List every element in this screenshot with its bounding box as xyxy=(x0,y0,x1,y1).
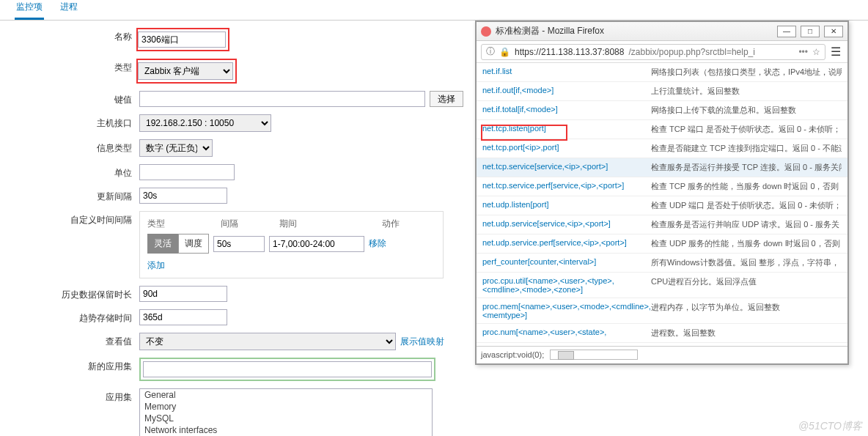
app-option[interactable]: Memory xyxy=(140,401,432,413)
key-row[interactable]: net.if.out[if,<mode>]上行流量统计。返回整数 xyxy=(477,82,847,101)
key-desc: 检查服务是否运行并接受 TCP 连接。返回 0 - 服务关闭 xyxy=(651,162,842,173)
key-name[interactable]: proc.mem[<name>,<user>,<mode>,<cmdline>,… xyxy=(482,302,651,319)
tab-bar: 监控项 进程 xyxy=(0,0,868,21)
key-row[interactable]: perf_counter[counter,<interval>]所有Window… xyxy=(477,254,847,273)
interval-box: 类型 间隔 期间 动作 灵活调度 移除 添加 xyxy=(139,211,444,278)
key-row[interactable]: proc.num[<name>,<user>,<state>,进程数。返回整数 xyxy=(477,324,847,343)
lock-icon: 🔒 xyxy=(499,47,510,57)
watermark: @51CTO博客 xyxy=(798,420,862,433)
newapp-input[interactable] xyxy=(143,361,432,377)
key-desc: 进程数。返回整数 xyxy=(651,328,842,339)
popup-titlebar[interactable]: 标准检测器 - Mozilla Firefox — □ ✕ xyxy=(477,22,847,41)
key-name[interactable]: perf_counter[counter,<interval>] xyxy=(482,257,651,268)
int-add-link[interactable]: 添加 xyxy=(147,260,165,270)
key-row[interactable]: net.tcp.listen[port]检查 TCP 端口 是否处于侦听状态。返… xyxy=(477,120,847,139)
key-desc: 检查 UDP 服务的性能，当服务 down 时返回 0，否则 xyxy=(651,238,842,249)
newapp-label: 新的应用集 xyxy=(0,358,139,373)
apps-label: 应用集 xyxy=(0,388,139,404)
key-label: 键值 xyxy=(0,91,139,106)
url-host: https://211.138.113.37:8088 xyxy=(515,47,624,57)
key-name[interactable]: net.udp.listen[port] xyxy=(482,200,651,211)
app-option[interactable]: Network interfaces xyxy=(140,424,432,436)
show-select[interactable]: 不变 xyxy=(139,333,396,350)
window-maximize[interactable]: □ xyxy=(801,26,820,37)
key-name[interactable]: proc.num[<name>,<user>,<state>, xyxy=(482,328,651,339)
key-desc: 检查 TCP 端口 是否处于侦听状态。返回 0 - 未侦听； xyxy=(651,124,842,135)
helper-popup: 标准检测器 - Mozilla Firefox — □ ✕ ⓘ 🔒 https:… xyxy=(475,21,849,365)
key-desc: 检查服务是否运行并响应 UDP 请求。返回 0 - 服务关 xyxy=(651,219,842,230)
app-option[interactable]: MySQL xyxy=(140,413,432,424)
iface-select[interactable]: 192.168.2.150 : 10050 xyxy=(139,114,271,132)
hist-label: 历史数据保留时长 xyxy=(0,286,139,301)
key-row[interactable]: net.tcp.port[<ip>,port]检查是否能建立 TCP 连接到指定… xyxy=(477,139,847,158)
url-path: /zabbix/popup.php?srctbl=help_i xyxy=(628,47,754,57)
status-text: javascript:void(0); xyxy=(481,350,544,359)
show-label: 查看值 xyxy=(0,333,139,348)
key-select-button[interactable]: 选择 xyxy=(430,91,463,107)
url-field[interactable]: ⓘ 🔒 https://211.138.113.37:8088/zabbix/p… xyxy=(481,44,825,60)
window-close[interactable]: ✕ xyxy=(824,26,843,37)
int-head-action: 动作 xyxy=(382,218,400,230)
unit-label: 单位 xyxy=(0,164,139,180)
key-desc: 检查 UDP 端口 是否处于侦听状态。返回 0 - 未侦听； xyxy=(651,200,842,211)
trend-label: 趋势存储时间 xyxy=(0,309,139,325)
key-desc: 检查 TCP 服务的性能，当服务 down 时返回 0，否则 xyxy=(651,181,842,192)
int-head-period: 期间 xyxy=(279,218,382,230)
key-name[interactable]: net.udp.service.perf[service,<ip>,<port>… xyxy=(482,238,651,249)
int-period-input[interactable] xyxy=(269,236,364,252)
tab-process[interactable]: 进程 xyxy=(59,0,79,20)
key-input[interactable] xyxy=(139,91,425,107)
key-desc: 所有Windows计数器值。返回 整形，浮点，字符串， xyxy=(651,257,842,268)
key-name[interactable]: net.tcp.service.perf[service,<ip>,<port>… xyxy=(482,181,651,192)
type-select[interactable]: Zabbix 客户端 xyxy=(138,62,233,80)
upd-input[interactable] xyxy=(139,188,227,204)
key-row[interactable]: net.udp.service.perf[service,<ip>,<port>… xyxy=(477,234,847,254)
menu-icon[interactable]: ☰ xyxy=(828,45,843,59)
app-option[interactable]: General xyxy=(140,389,432,401)
url-bar: ⓘ 🔒 https://211.138.113.37:8088/zabbix/p… xyxy=(477,41,847,63)
trend-input[interactable] xyxy=(139,309,227,325)
key-desc: 网络接口上传下载的流量总和。返回整数 xyxy=(651,105,842,116)
key-desc: 网络接口列表（包括接口类型，状态，IPv4地址，说明 xyxy=(651,67,842,78)
key-row[interactable]: net.if.total[if,<mode>]网络接口上传下载的流量总和。返回整… xyxy=(477,101,847,120)
key-name[interactable]: proc.cpu.util[<name>,<user>,<type>,<cmdl… xyxy=(482,276,651,294)
key-name[interactable]: net.if.out[if,<mode>] xyxy=(482,86,651,97)
key-grid: net.if.list网络接口列表（包括接口类型，状态，IPv4地址，说明net… xyxy=(477,63,847,346)
key-row[interactable]: net.udp.service[service,<ip>,<port>]检查服务… xyxy=(477,215,847,234)
key-row[interactable]: net.udp.listen[port]检查 UDP 端口 是否处于侦听状态。返… xyxy=(477,196,847,215)
key-desc: CPU进程百分比。返回浮点值 xyxy=(651,276,842,294)
key-name[interactable]: net.if.list xyxy=(482,67,651,78)
key-row[interactable]: net.if.list网络接口列表（包括接口类型，状态，IPv4地址，说明 xyxy=(477,63,847,82)
key-row[interactable]: net.tcp.service.perf[service,<ip>,<port>… xyxy=(477,177,847,196)
popup-title: 标准检测器 - Mozilla Firefox xyxy=(496,25,773,37)
info-select[interactable]: 数字 (无正负) xyxy=(139,139,213,157)
key-desc: 检查是否能建立 TCP 连接到指定端口。返回 0 - 不能连 xyxy=(651,143,842,154)
custint-label: 自定义时间间隔 xyxy=(0,211,139,226)
key-desc: 上行流量统计。返回整数 xyxy=(651,86,842,97)
key-name[interactable]: net.tcp.service[service,<ip>,<port>] xyxy=(482,162,651,173)
iface-label: 主机接口 xyxy=(0,114,139,130)
upd-label: 更新间隔 xyxy=(0,188,139,203)
key-name[interactable]: net.if.total[if,<mode>] xyxy=(482,105,651,116)
star-icon[interactable]: ☆ xyxy=(812,47,820,57)
int-remove-link[interactable]: 移除 xyxy=(369,237,386,250)
unit-input[interactable] xyxy=(139,164,235,180)
key-row[interactable]: proc.mem[<name>,<user>,<mode>,<cmdline>,… xyxy=(477,298,847,324)
int-head-gap: 间隔 xyxy=(221,218,279,230)
tab-items[interactable]: 监控项 xyxy=(15,0,44,20)
key-row[interactable]: net.tcp.service[service,<ip>,<port>]检查服务… xyxy=(477,158,847,177)
status-scroll[interactable] xyxy=(550,350,638,360)
key-name[interactable]: net.udp.service[service,<ip>,<port>] xyxy=(482,219,651,230)
key-name[interactable]: net.tcp.listen[port] xyxy=(482,124,651,135)
int-head-type: 类型 xyxy=(147,218,221,230)
key-name[interactable]: net.tcp.port[<ip>,port] xyxy=(482,143,651,154)
window-minimize[interactable]: — xyxy=(777,26,796,37)
type-label: 类型 xyxy=(0,59,139,74)
name-input[interactable] xyxy=(138,32,226,48)
key-row[interactable]: proc.cpu.util[<name>,<user>,<type>,<cmdl… xyxy=(477,273,847,298)
interval-toggle[interactable]: 灵活调度 xyxy=(147,234,209,254)
int-gap-input[interactable] xyxy=(213,236,265,252)
hist-input[interactable] xyxy=(139,286,227,302)
apps-listbox[interactable]: GeneralMemoryMySQLNetwork interfacesOSPe… xyxy=(139,388,433,436)
show-link[interactable]: 展示值映射 xyxy=(400,336,444,348)
